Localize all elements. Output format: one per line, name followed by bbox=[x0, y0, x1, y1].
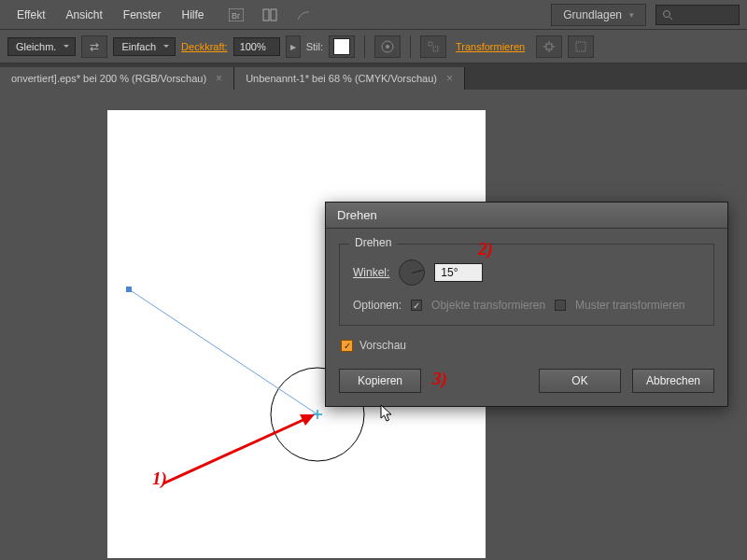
fieldset-legend: Drehen bbox=[349, 236, 397, 249]
workspace-label: Grundlagen bbox=[563, 8, 622, 21]
search-input[interactable] bbox=[655, 5, 740, 25]
svg-rect-18 bbox=[126, 287, 132, 292]
svg-rect-15 bbox=[576, 42, 585, 51]
menu-effect[interactable]: Effekt bbox=[7, 5, 54, 25]
gpu-icon[interactable] bbox=[292, 4, 315, 26]
doc-tab-1-label: onvertiert].eps* bei 200 % (RGB/Vorschau… bbox=[11, 73, 206, 84]
menu-view[interactable]: Ansicht bbox=[56, 5, 111, 25]
annotation-1: 1) bbox=[152, 469, 167, 489]
document-tab-bar: onvertiert].eps* bei 200 % (RGB/Vorschau… bbox=[0, 63, 747, 90]
objects-checkbox-label: Objekte transformieren bbox=[431, 299, 545, 312]
angle-label: Winkel: bbox=[353, 266, 389, 279]
svg-line-21 bbox=[163, 418, 307, 483]
chevron-down-icon: ▾ bbox=[629, 10, 634, 20]
svg-point-7 bbox=[386, 45, 389, 49]
patterns-checkbox-label: Muster transformieren bbox=[575, 299, 684, 312]
opacity-field[interactable]: 100% bbox=[233, 37, 280, 56]
options-label: Optionen: bbox=[353, 299, 402, 312]
menu-help[interactable]: Hilfe bbox=[173, 5, 214, 25]
isolate-btn[interactable] bbox=[536, 35, 562, 58]
objects-checkbox bbox=[411, 300, 422, 311]
menu-bar: Effekt Ansicht Fenster Hilfe Br Grundlag… bbox=[0, 0, 747, 30]
stroke-align-dropdown[interactable]: Gleichm. bbox=[7, 37, 76, 56]
workspace-switcher[interactable]: Grundlagen ▾ bbox=[551, 4, 646, 26]
doc-tab-1[interactable]: onvertiert].eps* bei 200 % (RGB/Vorschau… bbox=[0, 67, 234, 90]
opacity-label: Deckkraft: bbox=[181, 41, 228, 52]
svg-line-5 bbox=[669, 17, 672, 20]
preview-label: Vorschau bbox=[359, 339, 406, 352]
work-area: 1) Drehen Drehen Winkel: 2) Optionen: Ob… bbox=[0, 90, 747, 560]
edit-clip-btn[interactable] bbox=[568, 35, 594, 58]
svg-line-17 bbox=[129, 289, 317, 414]
menu-window[interactable]: Fenster bbox=[114, 5, 171, 25]
rotate-dialog: Drehen Drehen Winkel: 2) Optionen: Objek… bbox=[325, 202, 728, 407]
patterns-checkbox bbox=[555, 300, 566, 311]
doc-tab-2-label: Unbenannt-1* bei 68 % (CMYK/Vorschau) bbox=[246, 73, 437, 84]
rotate-fieldset: Drehen Winkel: 2) Optionen: Objekte tran… bbox=[339, 244, 714, 326]
angle-dial[interactable] bbox=[399, 259, 425, 286]
svg-rect-2 bbox=[263, 9, 269, 21]
corner-dropdown[interactable]: Einfach bbox=[113, 37, 176, 56]
bridge-icon[interactable]: Br bbox=[225, 4, 247, 26]
cancel-button[interactable]: Abbrechen bbox=[632, 369, 714, 393]
angle-field[interactable] bbox=[434, 263, 483, 282]
close-tab-icon[interactable]: × bbox=[446, 72, 453, 85]
svg-rect-8 bbox=[429, 42, 432, 46]
ok-button[interactable]: OK bbox=[539, 369, 621, 393]
svg-rect-10 bbox=[546, 44, 552, 49]
close-tab-icon[interactable]: × bbox=[216, 72, 222, 85]
svg-rect-9 bbox=[433, 47, 438, 51]
style-label: Stil: bbox=[306, 41, 323, 52]
doc-tab-2[interactable]: Unbenannt-1* bei 68 % (CMYK/Vorschau) × bbox=[234, 67, 465, 90]
svg-text:Br: Br bbox=[232, 11, 240, 21]
svg-point-4 bbox=[664, 10, 670, 17]
swap-btn[interactable]: ⇄ bbox=[81, 35, 107, 58]
recolor-btn[interactable] bbox=[374, 35, 401, 58]
options-bar: Gleichm. ⇄ Einfach Deckkraft: 100% ▸ Sti… bbox=[0, 30, 747, 63]
align-btn[interactable] bbox=[420, 35, 446, 58]
arrange-icon[interactable] bbox=[259, 4, 281, 26]
annotation-2: 2) bbox=[478, 239, 493, 259]
search-icon bbox=[662, 9, 673, 21]
transform-link[interactable]: Transformieren bbox=[456, 41, 525, 52]
dialog-title: Drehen bbox=[326, 203, 727, 229]
svg-rect-3 bbox=[271, 9, 276, 21]
preview-checkbox[interactable] bbox=[341, 340, 353, 352]
annotation-3: 3) bbox=[432, 369, 447, 389]
style-swatch[interactable] bbox=[329, 35, 355, 58]
opacity-arrow[interactable]: ▸ bbox=[286, 35, 301, 58]
copy-button[interactable]: Kopieren bbox=[339, 369, 421, 393]
